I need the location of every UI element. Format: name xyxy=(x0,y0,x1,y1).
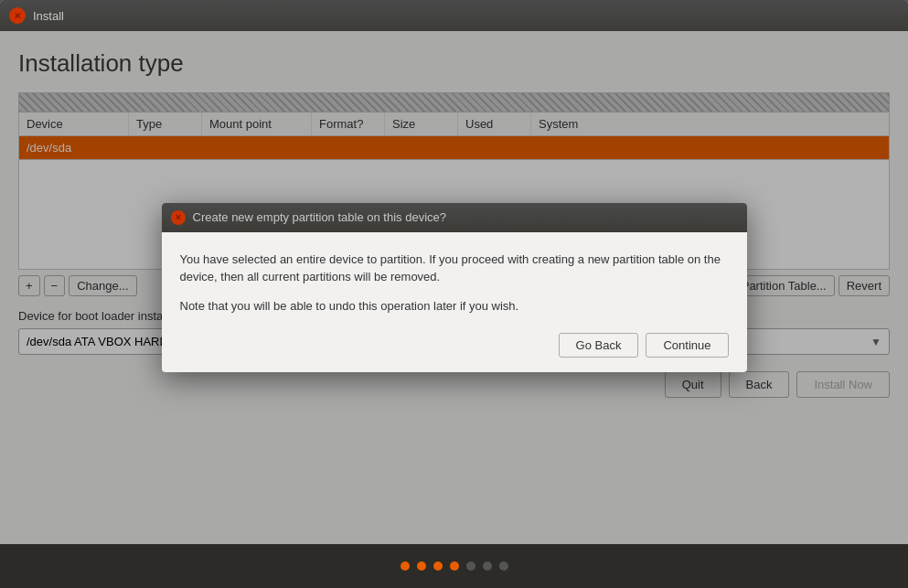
dot-2 xyxy=(417,561,426,571)
modal-overlay: Create new empty partition table on this… xyxy=(0,31,908,544)
main-content: Installation type Device Type Mount poin… xyxy=(0,31,908,544)
dot-3 xyxy=(433,561,443,571)
dot-4 xyxy=(450,561,459,571)
annotation-arrow-icon xyxy=(738,230,747,276)
dots-bar xyxy=(0,544,908,588)
dot-1 xyxy=(401,561,410,571)
modal-close-button[interactable] xyxy=(171,210,186,225)
window-title: Install xyxy=(33,9,64,23)
modal-note: Note that you will be able to undo this … xyxy=(180,297,729,315)
modal-title: Create new empty partition table on this… xyxy=(193,210,447,224)
modal-buttons: Go Back Continue xyxy=(180,333,729,358)
modal-dialog: Create new empty partition table on this… xyxy=(162,203,747,373)
go-back-button[interactable]: Go Back xyxy=(559,333,639,358)
modal-body: You have selected an entire device to pa… xyxy=(162,232,747,373)
dot-7 xyxy=(499,561,508,571)
modal-titlebar: Create new empty partition table on this… xyxy=(162,203,747,232)
dot-5 xyxy=(466,561,475,571)
modal-text: You have selected an entire device to pa… xyxy=(180,251,729,286)
dot-6 xyxy=(483,561,492,571)
close-button[interactable] xyxy=(9,7,26,24)
step-annotation: 7 xyxy=(738,230,747,276)
titlebar: Install xyxy=(0,0,908,31)
continue-button[interactable]: Continue xyxy=(646,333,728,358)
